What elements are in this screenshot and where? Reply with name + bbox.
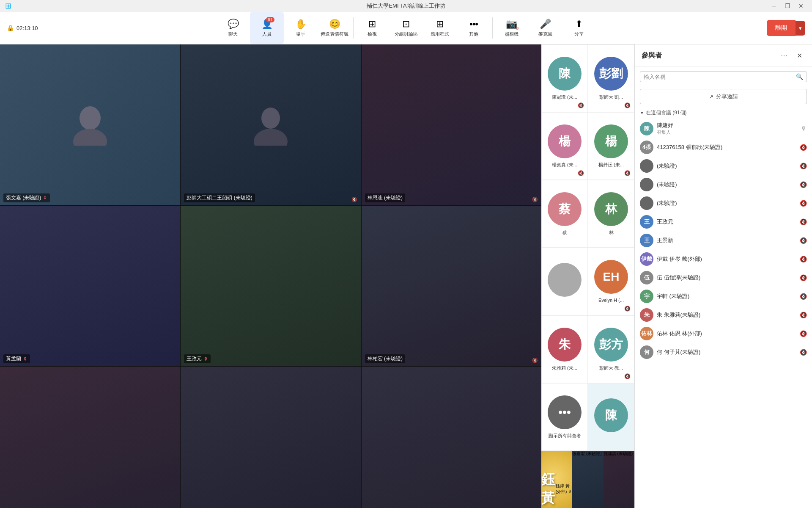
- close-button[interactable]: ✕: [795, 0, 807, 12]
- p-mic-yu: 🔇: [800, 293, 807, 300]
- end-call-chevron[interactable]: ▾: [796, 21, 805, 36]
- p-avatar-yu: 宇: [640, 290, 653, 303]
- avatar-circle-tsai: 蔡: [548, 192, 582, 226]
- emoji-label: 傳送表情符號: [321, 31, 348, 37]
- mute-icon-1: 🎙: [43, 195, 47, 200]
- video-cell-7: 何子芃 (未驗證) 🎙: [0, 367, 180, 508]
- participant-item-he[interactable]: 何 何 何子芃(未驗證) 🔇: [635, 343, 812, 362]
- p-mic-1: 🔇: [800, 144, 807, 151]
- mic-icon: 🎤: [540, 19, 551, 30]
- avatar-name-more: 顯示所有與會者: [549, 433, 581, 439]
- video-cell-11: 張嘉宏 (未驗證) 🎙: [572, 451, 603, 508]
- breakout-icon: ⊡: [402, 19, 410, 30]
- toolbar-chat[interactable]: 💬 聊天: [216, 12, 250, 44]
- p-name-3: (未驗證): [657, 181, 796, 188]
- p-mic-yi: 🔇: [800, 256, 807, 262]
- p-name-zhu2: 朱 朱雅莉(未驗證): [657, 311, 796, 319]
- end-call-button[interactable]: 離開: [767, 20, 796, 36]
- toolbar-video[interactable]: ⊞ 檢視: [355, 12, 389, 44]
- p-name-you: 佑林 佑恩 林(外部): [657, 330, 796, 337]
- p-mic-he: 🔇: [800, 349, 807, 356]
- video-cell-10: 鈺黃 鈺淬 黃 (外部) 🎙: [541, 451, 572, 508]
- toolbar-share[interactable]: ⬆ 分享: [562, 12, 596, 44]
- window-controls: ─ ❐ ✕: [768, 0, 807, 12]
- p-name-4: (未驗證): [657, 199, 796, 207]
- participant-item-3[interactable]: (未驗證) 🔇: [635, 175, 812, 194]
- participant-item-yu[interactable]: 宇 宇軒 (未驗證) 🔇: [635, 287, 812, 306]
- participant-item-you[interactable]: 佑林 佑林 佑恩 林(外部) 🔇: [635, 324, 812, 343]
- timer: 02:13:10: [16, 25, 38, 31]
- separator: [353, 17, 354, 39]
- p-mic-4: 🔇: [800, 200, 807, 207]
- avatar-circle-more: •••: [548, 395, 582, 429]
- minimize-button[interactable]: ─: [768, 0, 780, 12]
- p-name-2: (未驗證): [657, 162, 796, 170]
- avatar-name-yang1: 楊桌真 (未...: [552, 162, 577, 168]
- mute-icon-10: 🎙: [568, 489, 572, 494]
- avatar-text-10: 鈺黃: [541, 470, 556, 508]
- restore-button[interactable]: ❐: [782, 0, 793, 12]
- name-text-6: 林柏宏 (未驗證): [368, 355, 403, 362]
- p-name-he: 何 何子芃(未驗證): [657, 348, 796, 356]
- toolbar-emoji[interactable]: 😊 傳送表情符號: [318, 12, 351, 44]
- participant-item-1[interactable]: 4張 412376158 張郁欣(未驗證) 🔇: [635, 138, 812, 157]
- p-mic-zhu2: 🔇: [800, 312, 807, 318]
- toolbar-camera[interactable]: 📷 ⊘ 照相機: [494, 12, 528, 44]
- toolbar-apps[interactable]: ⊞ 應用程式: [423, 12, 457, 44]
- toolbar-people[interactable]: 👤91 人員: [250, 12, 284, 44]
- name-text-11: 張嘉宏 (未驗證): [572, 451, 601, 456]
- avatar-circle-yang2: 楊: [594, 124, 628, 158]
- p-avatar-wu: 伍: [640, 271, 653, 284]
- share-icon: ⬆: [575, 19, 583, 30]
- people-label: 人員: [262, 31, 272, 37]
- avatar-name-lin: 林: [609, 229, 614, 235]
- avatar-name-pengliu: 彭師大 劉...: [599, 94, 623, 100]
- p-avatar-yi: 伊戴: [640, 252, 653, 266]
- p-avatar-2: [640, 159, 653, 173]
- video-cell-1: 張文嘉 (未驗證) 🎙: [0, 44, 180, 205]
- name-tag-10: 鈺淬 黃 (外部) 🎙: [556, 483, 573, 495]
- p-avatar-you: 佑林: [640, 327, 653, 340]
- more-label: 其他: [469, 31, 478, 37]
- participant-item-wu[interactable]: 伍 伍 伍愷淳(未驗證) 🔇: [635, 268, 812, 287]
- avatar-evelyn: EH Evelyn H (... 🔇: [588, 248, 634, 315]
- avatar-circle-lin: 林: [594, 192, 628, 226]
- toolbar-breakout[interactable]: ⊡ 分組討論區: [389, 12, 423, 44]
- apps-icon: ⊞: [436, 19, 444, 30]
- p-avatar-wang: 王: [640, 215, 653, 229]
- p-mic-you: 🔇: [800, 330, 807, 337]
- avatar-more[interactable]: ••• 顯示所有與會者: [541, 383, 588, 451]
- avatar-pengfang: 彭方 彭師大 教... 🔇: [588, 315, 634, 383]
- win-logo: ⊞: [5, 1, 11, 11]
- participant-item[interactable]: 陳 陳婕妤 召集人 🎙: [635, 119, 812, 138]
- name-tag-3: 林恩崔 (未驗證): [365, 193, 405, 202]
- name-tag-2: 彭師大工碩二王韶碩 (未驗證): [184, 193, 255, 202]
- participant-item-wangx[interactable]: 王 王景新 🔇: [635, 231, 812, 250]
- close-panel-button[interactable]: ✕: [793, 50, 805, 61]
- avatar-yang2: 楊 楊舒沄 (未... 🔇: [588, 112, 634, 180]
- invite-button[interactable]: ↗ 分享邀請: [640, 89, 807, 104]
- participant-item-wang[interactable]: 王 王政元 🔇: [635, 213, 812, 231]
- camera-label: 照相機: [505, 31, 518, 37]
- video-cell-9: 祖姆 黃 (外部) 🔇: [362, 367, 541, 508]
- toolbar-more[interactable]: ••• 其他: [457, 12, 491, 44]
- search-input[interactable]: [644, 74, 796, 80]
- toolbar-mic[interactable]: 🎤 麥克風: [528, 12, 562, 44]
- avatar-mic-yang2: 🔇: [624, 170, 631, 176]
- separator2: [492, 17, 493, 39]
- avatar-circle-evelyn: EH: [594, 260, 628, 294]
- panel-header: 參與者 ⋯ ✕: [635, 44, 812, 67]
- more-options-button[interactable]: ⋯: [778, 50, 790, 61]
- mute-2: 🔇: [351, 197, 357, 202]
- name-tag-5: 王政元 🎙: [184, 354, 211, 363]
- participant-item-zhu2[interactable]: 朱 朱 朱雅莉(未驗證) 🔇: [635, 306, 812, 324]
- mute-icon-4: 🎙: [23, 356, 27, 362]
- avatar-mic-pengliu: 🔇: [624, 102, 631, 108]
- participant-item-2[interactable]: (未驗證) 🔇: [635, 157, 812, 175]
- avatar-name-pengfang: 彭師大 教...: [599, 365, 623, 371]
- p-avatar-0: 陳: [640, 122, 653, 135]
- participant-item-yi[interactable]: 伊戴 伊戴 伊岑 戴(外部) 🔇: [635, 250, 812, 268]
- participant-item-4[interactable]: (未驗證) 🔇: [635, 194, 812, 213]
- toolbar-raise[interactable]: ✋ 舉手: [284, 12, 318, 44]
- name-text-3: 林恩崔 (未驗證): [368, 194, 403, 202]
